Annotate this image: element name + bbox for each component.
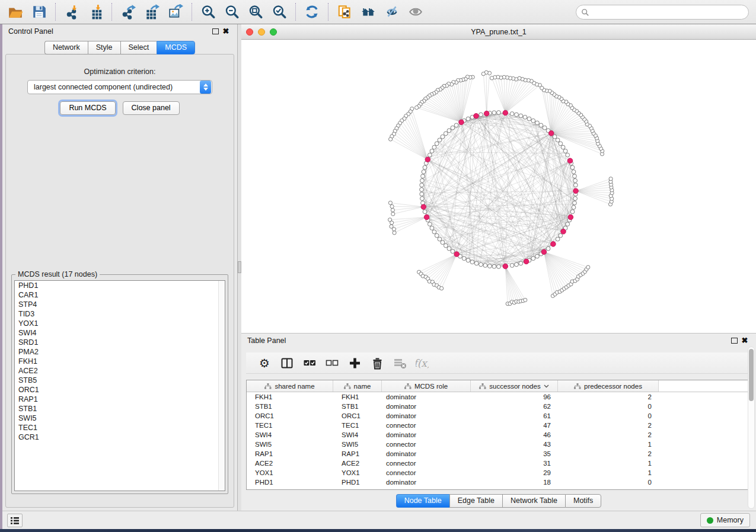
table-cell: dominator [382,393,471,400]
mcds-result-item[interactable]: PHD1 [15,281,225,290]
mcds-result-item[interactable]: RAP1 [15,395,225,404]
table-cell: 2 [558,431,659,438]
table-close-button[interactable]: ✖ [739,336,750,345]
mcds-result-item[interactable]: STP4 [15,300,225,309]
column-header-name[interactable]: name [333,380,382,392]
export-table-icon[interactable] [140,2,164,22]
zoom-in-icon[interactable] [196,2,220,22]
mcds-result-item[interactable]: GCR1 [15,432,225,442]
column-header-predecessor-nodes[interactable]: predecessor nodes [558,380,659,392]
mcds-result-item[interactable]: YOX1 [15,319,225,328]
mcds-result-item[interactable]: TID3 [15,309,225,319]
table-row[interactable]: ORC1ORC1dominator610 [247,411,751,421]
zoom-fit-icon[interactable] [244,2,267,22]
table-float-button[interactable] [729,336,739,345]
table-row[interactable]: ACE2ACE2connector311 [247,459,751,468]
function-builder-icon: f(x) [411,354,433,372]
list-icon [10,517,20,525]
float-panel-button[interactable] [210,27,221,36]
network-overview-icon[interactable] [356,2,380,22]
table-settings-icon[interactable]: ⚙ [253,354,276,372]
column-header-shared-name[interactable]: shared name [247,380,333,392]
table-row[interactable]: SWI5SWI5connector431 [247,440,751,449]
table-panel: Table Panel ✖ ⚙f(x) shared namenameMCDS … [241,333,756,511]
table-cell: dominator [382,412,471,419]
node-table[interactable]: shared namenameMCDS rolesuccessor nodesp… [246,380,751,490]
close-icon: ✖ [742,338,748,344]
hide-graphics-details-icon[interactable] [380,2,404,22]
network-window-titlebar[interactable]: YPA_prune.txt_1 [241,24,756,40]
run-mcds-button[interactable]: Run MCDS [60,101,115,115]
mcds-result-item[interactable]: ACE2 [15,366,225,376]
column-layout-icon[interactable] [276,354,298,372]
open-file-icon[interactable] [4,2,27,22]
column-header-MCDS-role[interactable]: MCDS role [382,380,471,392]
tab-style[interactable]: Style [88,41,120,55]
delete-column-icon[interactable] [366,354,388,372]
table-row[interactable]: RAP1RAP1dominator352 [247,449,751,459]
float-icon [212,28,219,34]
zoom-selected-icon[interactable] [267,2,291,22]
table-cell: 1 [558,460,659,467]
tab-node-table[interactable]: Node Table [396,494,449,508]
table-row[interactable]: YOX1YOX1connector291 [247,468,751,477]
table-cell: 0 [558,412,659,419]
table-cell: STB1 [333,403,382,410]
apply-layout-icon[interactable] [300,2,324,22]
optimization-criterion-value: largest connected component (undirected) [28,83,200,91]
table-cell: dominator [382,479,471,486]
tab-select[interactable]: Select [120,41,157,55]
search-input[interactable] [589,8,748,17]
close-panel-button[interactable]: ✖ [221,27,231,36]
mcds-result-item[interactable]: FKH1 [15,357,225,366]
mcds-result-item[interactable]: STB5 [15,376,225,385]
network-canvas[interactable] [241,40,756,333]
select-stepper-icon [200,81,211,94]
mcds-result-item[interactable]: SWI5 [15,414,225,423]
deselect-all-icon[interactable] [321,354,343,372]
add-column-icon[interactable] [343,354,366,372]
export-image-icon[interactable] [164,2,187,22]
memory-status-icon [707,517,713,524]
import-network-icon[interactable] [60,2,84,22]
scrollbar-thumb[interactable] [749,349,754,401]
log-console-button[interactable] [7,514,23,527]
mcds-result-item[interactable]: ORC1 [15,385,225,395]
table-cell: ORC1 [247,412,333,419]
table-row[interactable]: STB1STB1dominator620 [247,402,751,411]
mcds-result-item[interactable]: CAR1 [15,290,225,300]
duplicate-network-icon[interactable] [333,2,356,22]
column-header-successor-nodes[interactable]: successor nodes [471,380,558,392]
table-row[interactable]: SWI4SWI4dominator462 [247,430,751,440]
mcds-result-item[interactable]: PMA2 [15,347,225,357]
mcds-result-item[interactable]: SRD1 [15,338,225,347]
save-session-icon[interactable] [27,2,51,22]
tab-motifs[interactable]: Motifs [565,494,601,508]
select-all-icon[interactable] [298,354,321,372]
mcds-result-item[interactable]: STB1 [15,404,225,414]
tab-mcds[interactable]: MCDS [157,41,195,55]
table-row[interactable]: TEC1TEC1connector472 [247,421,751,430]
memory-button[interactable]: Memory [700,513,750,527]
mcds-list-scrollbar[interactable] [218,281,225,491]
mcds-result-item[interactable]: SWI4 [15,328,225,338]
table-scrollbar[interactable] [748,347,755,509]
export-network-icon[interactable] [116,2,140,22]
memory-label: Memory [717,516,744,524]
mcds-result-list[interactable]: PHD1CAR1STP4TID3YOX1SWI4SRD1PMA2FKH1ACE2… [14,280,225,491]
optimization-criterion-select[interactable]: largest connected component (undirected) [27,80,212,94]
search-box[interactable] [576,5,749,20]
table-cell: FKH1 [333,393,382,400]
zoom-out-icon[interactable] [220,2,244,22]
table-cell: STB1 [247,403,333,410]
tab-network-table[interactable]: Network Table [502,494,565,508]
table-row[interactable]: FKH1FKH1dominator962 [247,392,751,402]
tab-network[interactable]: Network [44,41,88,55]
birds-eye-view-icon[interactable] [404,2,428,22]
close-panel-action-button[interactable]: Close panel [123,101,180,115]
table-row[interactable]: PHD1PHD1dominator180 [247,477,751,487]
mcds-result-item[interactable]: TEC1 [15,423,225,432]
toolbar-separator [111,3,112,21]
tab-edge-table[interactable]: Edge Table [449,494,502,508]
import-table-icon[interactable] [84,2,107,22]
